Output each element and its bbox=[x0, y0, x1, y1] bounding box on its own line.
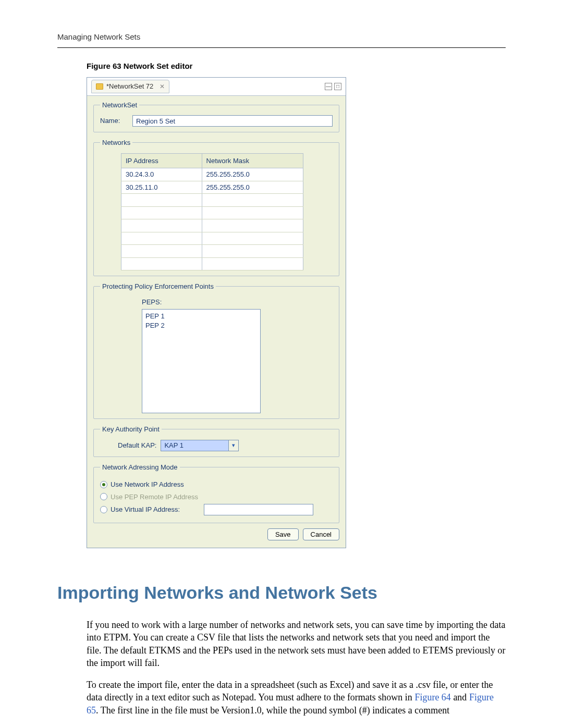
peps-label: PEPS: bbox=[142, 297, 333, 307]
radio-icon bbox=[100, 493, 107, 500]
networks-table[interactable]: IP Address Network Mask 30.24.3.0 255.25… bbox=[121, 153, 303, 271]
editor-tab[interactable]: *NetworkSet 72 ✕ bbox=[91, 80, 169, 93]
figure-64-link[interactable]: Figure 64 bbox=[414, 692, 451, 702]
tab-title: *NetworkSet 72 bbox=[106, 81, 153, 92]
section-heading: Importing Networks and Network Sets bbox=[57, 579, 506, 606]
figure-caption: Figure 63 Network Set editor bbox=[87, 60, 506, 72]
page-header: Managing Network Sets bbox=[57, 31, 506, 48]
button-row: Save Cancel bbox=[93, 528, 339, 540]
folder-icon bbox=[96, 83, 103, 90]
kap-fieldset: Key Authority Point Default KAP: ▾ bbox=[93, 424, 339, 457]
kap-select-input[interactable] bbox=[161, 440, 239, 451]
radio-label: Use Virtual IP Address: bbox=[111, 504, 180, 515]
peps-fieldset: Protecting Policy Enforcement Points PEP… bbox=[93, 281, 339, 419]
mode-legend: Network Adressing Mode bbox=[100, 462, 180, 473]
body-paragraph: If you need to work with a large number … bbox=[87, 619, 506, 669]
list-item[interactable]: PEP 2 bbox=[145, 321, 257, 330]
radio-icon[interactable] bbox=[100, 481, 107, 488]
radio-label: Use PEP Remote IP Address bbox=[111, 492, 198, 502]
networkset-legend: NetworkSet bbox=[100, 100, 139, 110]
table-row[interactable]: .. bbox=[121, 257, 303, 270]
name-label: Name: bbox=[100, 116, 127, 126]
table-row[interactable]: .. bbox=[121, 206, 303, 219]
close-icon[interactable]: ✕ bbox=[160, 82, 165, 91]
radio-use-virtual[interactable]: Use Virtual IP Address: bbox=[100, 504, 333, 515]
radio-label: Use Network IP Address bbox=[111, 479, 184, 490]
networks-legend: Networks bbox=[100, 138, 132, 148]
cancel-button[interactable]: Cancel bbox=[303, 528, 339, 540]
list-item[interactable]: PEP 1 bbox=[145, 312, 257, 321]
table-row[interactable]: .. bbox=[121, 219, 303, 232]
maximize-icon[interactable]: □ bbox=[334, 83, 341, 90]
table-row[interactable]: 30.25.11.0 255.255.255.0 bbox=[121, 181, 303, 194]
peps-listbox[interactable]: PEP 1 PEP 2 bbox=[142, 309, 261, 413]
kap-select[interactable]: ▾ bbox=[161, 440, 239, 451]
kap-legend: Key Authority Point bbox=[100, 424, 162, 435]
radio-icon[interactable] bbox=[100, 506, 107, 513]
editor-body: NetworkSet Name: Networks IP Address Net… bbox=[87, 96, 346, 548]
minimize-icon[interactable]: — bbox=[325, 83, 332, 90]
networks-fieldset: Networks IP Address Network Mask 30.24.3… bbox=[93, 138, 339, 276]
radio-use-pep: Use PEP Remote IP Address bbox=[100, 492, 333, 502]
table-header-ip: IP Address bbox=[121, 153, 202, 168]
chevron-down-icon[interactable]: ▾ bbox=[228, 440, 239, 451]
table-row[interactable]: 30.24.3.0 255.255.255.0 bbox=[121, 168, 303, 181]
radio-use-network[interactable]: Use Network IP Address bbox=[100, 479, 333, 490]
save-button[interactable]: Save bbox=[267, 528, 299, 540]
peps-legend: Protecting Policy Enforcement Points bbox=[100, 281, 216, 292]
table-row[interactable]: .. bbox=[121, 245, 303, 258]
networkset-fieldset: NetworkSet Name: bbox=[93, 100, 339, 133]
table-header-mask: Network Mask bbox=[202, 153, 303, 168]
table-row[interactable]: .. bbox=[121, 232, 303, 245]
editor-titlebar: *NetworkSet 72 ✕ — □ bbox=[87, 78, 346, 96]
titlebar-buttons: — □ bbox=[325, 83, 341, 90]
virtual-ip-input[interactable] bbox=[204, 504, 313, 515]
table-row[interactable]: .. bbox=[121, 194, 303, 207]
mode-fieldset: Network Adressing Mode Use Network IP Ad… bbox=[93, 462, 339, 524]
name-input[interactable] bbox=[132, 115, 333, 127]
kap-label: Default KAP: bbox=[118, 440, 156, 451]
network-set-editor-window: *NetworkSet 72 ✕ — □ NetworkSet Name: Ne… bbox=[87, 77, 346, 548]
body-paragraph: To create the import file, enter the dat… bbox=[87, 678, 506, 717]
